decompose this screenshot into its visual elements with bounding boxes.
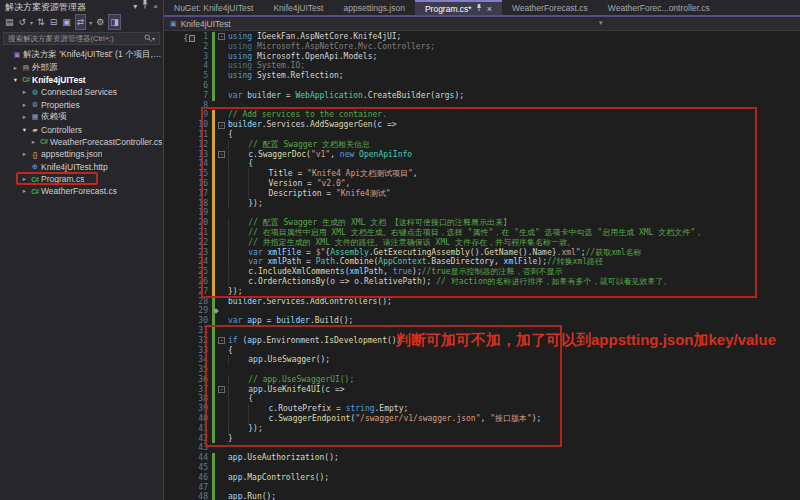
code-line[interactable]: 3using Microsoft.OpenApi.Models;	[164, 52, 800, 62]
code-line[interactable]: 25 c.IncludeXmlComments(xmlPath, true);/…	[164, 267, 800, 277]
code-line[interactable]: 6	[164, 81, 800, 91]
tab-knife4juitest[interactable]: Knife4jUITest	[263, 0, 333, 15]
code-line[interactable]: 30var app = builder.Build();	[164, 316, 800, 326]
fold-collapse-icon[interactable]: -	[215, 385, 228, 395]
tree-item-program-cs[interactable]: ▸C#Program.cs	[0, 173, 163, 185]
preview-code-icon[interactable]: ◨	[108, 14, 121, 30]
code-line[interactable]: 26 c.OrderActionsBy(o => o.RelativePath)…	[164, 277, 800, 287]
code-line[interactable]: 10-builder.Services.AddSwaggerGen(c =>	[164, 120, 800, 130]
code-line[interactable]: 47	[164, 483, 800, 493]
code-line[interactable]: 2using Microsoft.AspNetCore.Mvc.Controll…	[164, 42, 800, 52]
code-line[interactable]: 44app.UseAuthorization();	[164, 453, 800, 463]
close-icon[interactable]: ×	[487, 4, 492, 14]
dropdown-arrow-icon[interactable]: ▾	[89, 19, 92, 26]
chevron-expanded-icon[interactable]: ▾	[11, 76, 20, 84]
close-icon[interactable]: ×	[153, 0, 158, 14]
breadcrumb-dropdown-icon[interactable]: ▾	[599, 19, 603, 27]
fold-collapse-icon[interactable]: -	[215, 150, 228, 160]
code-editor[interactable]: { 判断可加可不加，加了可以到appstting.json加key/value …	[164, 31, 800, 500]
code-line[interactable]: 37- app.UseKnife4UI(c =>	[164, 385, 800, 395]
code-line[interactable]: 27});	[164, 287, 800, 297]
dropdown-arrow-icon[interactable]: ▾	[30, 19, 33, 26]
tab-weatherforec-ontroller-cs[interactable]: WeatherForec...ontroller.cs	[598, 0, 720, 15]
collapse-all-icon[interactable]: ⊟	[49, 15, 59, 29]
code-line[interactable]: 42}	[164, 434, 800, 444]
tree-item-解决方案-knife4juitest-1-个项目-共-1-个[interactable]: ▣解决方案 'Knife4jUITest' (1 个项目, 共 1 个)	[0, 49, 163, 61]
code-line[interactable]: 19	[164, 208, 800, 218]
code-line[interactable]: 23 var xmlFile = $"{Assembly.GetExecutin…	[164, 248, 800, 258]
code-line[interactable]: 28builder.Services.AddControllers();	[164, 297, 800, 307]
tree-item-controllers[interactable]: ▾▰Controllers	[0, 123, 163, 135]
code-line[interactable]: 45	[164, 463, 800, 473]
code-line[interactable]: 16 Version = "v2.0",	[164, 179, 800, 189]
code-line[interactable]: 31	[164, 326, 800, 336]
tree-item-knife4juitest-http[interactable]: ⊕Knife4jUITest.http	[0, 161, 163, 173]
code-line[interactable]: 5using System.Reflection;	[164, 71, 800, 81]
tab-appsettings-json[interactable]: appsettings.json	[333, 0, 414, 15]
code-line[interactable]: 1-using IGeekFan.AspNetCore.Knife4jUI;	[164, 32, 800, 42]
code-line[interactable]: 32-if (app.Environment.IsDevelopment())	[164, 336, 800, 346]
minus-box-icon[interactable]: -	[218, 33, 225, 40]
code-line[interactable]: 18 });	[164, 199, 800, 209]
show-all-files-icon[interactable]: ▣	[61, 15, 72, 29]
fold-collapse-icon[interactable]: -	[215, 336, 228, 346]
code-outline-icon[interactable]: {	[183, 33, 195, 43]
search-dropdown-icon[interactable]: ▾	[152, 35, 155, 42]
chevron-collapsed-icon[interactable]: ▸	[20, 187, 29, 195]
code-line[interactable]: 41 });	[164, 424, 800, 434]
code-line[interactable]: 24 var xmlPath = Path.Combine(AppContext…	[164, 257, 800, 267]
tab-nuget-knife4juitest[interactable]: NuGet: Knife4jUITest	[164, 0, 263, 15]
code-line[interactable]: 8	[164, 101, 800, 111]
document-breadcrumb[interactable]: ▣ Knife4jUITest ▾	[164, 17, 800, 31]
code-line[interactable]: 12 // 配置 Swagger 文档相关信息	[164, 140, 800, 150]
minus-box-icon[interactable]: -	[218, 151, 225, 158]
code-line[interactable]: 21 // 在项目属性中启用 XML 文档生成。右键点击项目，选择 "属性"，在…	[164, 228, 800, 238]
code-line[interactable]: 17 Description = "Knife4测试"	[164, 189, 800, 199]
chevron-down-icon[interactable]: ▾	[133, 0, 137, 14]
chevron-collapsed-icon[interactable]: ▸	[20, 113, 29, 121]
sync-active-document-icon[interactable]: ⇄	[75, 14, 87, 30]
refresh-icon[interactable]: ⇅	[36, 15, 46, 29]
code-line[interactable]: 4using System.IO;	[164, 61, 800, 71]
code-line[interactable]: 11{	[164, 130, 800, 140]
properties-icon[interactable]: ⚙	[95, 15, 105, 29]
code-line[interactable]: 9// Add services to the container.	[164, 110, 800, 120]
pending-changes-filter-icon[interactable]: ↺	[18, 15, 28, 29]
tree-item-依赖项[interactable]: ▸▦依赖项	[0, 111, 163, 123]
chevron-collapsed-icon[interactable]: ▸	[20, 175, 29, 183]
search-icon[interactable]	[144, 34, 152, 44]
minus-box-icon[interactable]: -	[218, 122, 225, 129]
chevron-collapsed-icon[interactable]: ▸	[20, 101, 29, 109]
tree-item-properties[interactable]: ▸⚙Properties	[0, 99, 163, 111]
code-line[interactable]: 43	[164, 443, 800, 453]
pin-icon[interactable]	[142, 0, 148, 14]
tree-item-weatherforecast-cs[interactable]: ▸C#WeatherForecast.cs	[0, 185, 163, 197]
tree-item-weatherforecastcontroller-cs[interactable]: ▸C#WeatherForecastController.cs	[0, 136, 163, 148]
code-line[interactable]: 7var builder = WebApplication.CreateBuil…	[164, 91, 800, 101]
code-line[interactable]: 46app.MapControllers();	[164, 473, 800, 483]
tab-weatherforecast-cs[interactable]: WeatherForecast.cs	[502, 0, 598, 15]
code-line[interactable]: 20 // 配置 Swagger 生成的 XML 文档 【这样可使接口的注释展示…	[164, 218, 800, 228]
minus-box-icon[interactable]: -	[218, 386, 225, 393]
chevron-expanded-icon[interactable]: ▾	[20, 126, 29, 134]
code-line[interactable]: 22 // 并指定生成的 XML 文件的路径。请注意确保该 XML 文件存在，并…	[164, 238, 800, 248]
chevron-collapsed-icon[interactable]: ▸	[20, 88, 29, 96]
minus-box-icon[interactable]: -	[218, 337, 225, 344]
chevron-collapsed-icon[interactable]: ▸	[11, 64, 20, 72]
solution-explorer-search[interactable]: 搜索解决方案资源管理器(Ctrl+;) ▾	[3, 32, 160, 45]
tree-item-connected-services[interactable]: ▸◍Connected Services	[0, 86, 163, 98]
code-line[interactable]: 39 c.RoutePrefix = string.Empty;	[164, 404, 800, 414]
tree-item-appsettings-json[interactable]: ▸{}appsettings.json	[0, 148, 163, 160]
pin-icon[interactable]	[476, 4, 482, 14]
code-line[interactable]: 38 {	[164, 394, 800, 404]
tree-item-外部源[interactable]: ▸▤外部源	[0, 61, 163, 73]
chevron-collapsed-icon[interactable]: ▸	[20, 150, 29, 158]
code-line[interactable]: 15 Title = "Knife4 Api文档测试项目",	[164, 169, 800, 179]
code-line[interactable]: 40 c.SwaggerEndpoint("/swagger/v1/swagge…	[164, 414, 800, 424]
fold-collapse-icon[interactable]: -	[215, 32, 228, 42]
fold-collapse-icon[interactable]: -	[215, 120, 228, 130]
code-line[interactable]: 48app.Run();	[164, 492, 800, 500]
switch-views-icon[interactable]: ▤	[4, 15, 15, 29]
code-line[interactable]: 34 app.UseSwagger();	[164, 355, 800, 365]
code-line[interactable]: 35	[164, 365, 800, 375]
